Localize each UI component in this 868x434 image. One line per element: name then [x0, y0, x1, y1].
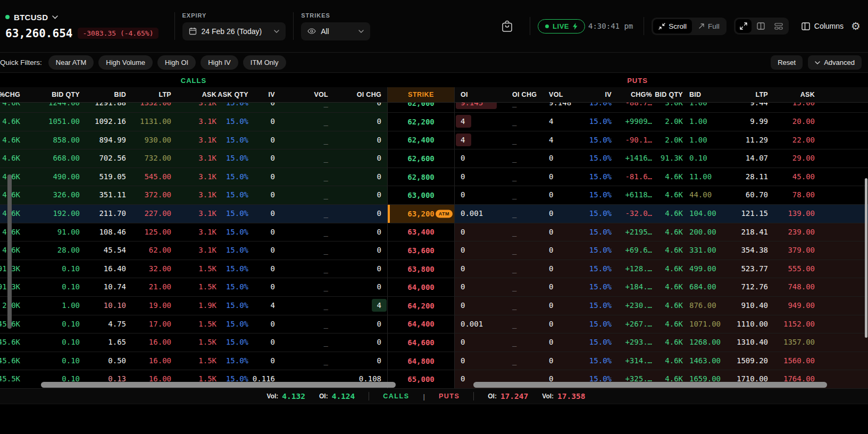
strikes-dropdown[interactable]: All [301, 22, 370, 40]
filter-pill-near-atm[interactable]: Near ATM [48, 55, 94, 70]
cell-cl-iv: 0 [248, 186, 275, 204]
calls-oi-stat: OI: 4.124 [319, 392, 355, 400]
gear-icon[interactable]: ⚙ [851, 20, 861, 32]
columns-button[interactable]: Columns [797, 19, 848, 34]
option-row-62,600[interactable]: 4.6K668.00702.56732.003.1K15.0%0_062,600… [0, 149, 868, 168]
cell-pt-chg: +9909… [612, 113, 652, 131]
puts-half: 0.001_015.0%-32.0…4.6K104.00121.15139.00 [455, 205, 868, 223]
cell-cl-ask: 3.1K [171, 186, 216, 204]
expiry-dropdown[interactable]: 24 Feb 26 (Today) [182, 22, 286, 40]
cell-cl-iv: 0 [248, 149, 275, 168]
cell-pt-bidqty: 4.6K [652, 241, 683, 260]
filter-pill-high-iv[interactable]: High IV [201, 55, 238, 70]
scroll-mode-button[interactable]: Scroll [653, 19, 692, 34]
option-row-64,000[interactable]: 91.3K0.1010.7421.001.5K15.0%0_064,0000_0… [0, 278, 868, 297]
cell-pt-bid: 684.00 [683, 278, 731, 296]
cell-cl-oichg: 0 [328, 205, 381, 223]
option-row-63,400[interactable]: 4.6K91.00108.46125.003.1K15.0%0_063,4000… [0, 223, 868, 242]
right-vertical-scrollbar[interactable] [865, 178, 867, 338]
clock: 4:30:41 pm [588, 22, 633, 30]
option-row-62,200[interactable]: 4.6K1051.001092.161131.003.1K15.0%0_062,… [0, 113, 868, 131]
cell-cl-askqty: 15.0% [216, 149, 248, 168]
cell-pt-ltp: 1110.00 [731, 315, 768, 333]
cell-cl-oichg: 0 [328, 103, 381, 112]
bag-icon[interactable] [502, 20, 513, 32]
cell-cl-ltp: 21.00 [126, 278, 171, 296]
option-row-62,800[interactable]: 4.6K490.00519.05545.003.1K15.0%0_062,800… [0, 168, 868, 187]
cell-cl-ltp: 19.00 [126, 297, 171, 315]
strike-cell: 63,000 [387, 186, 455, 204]
left-vertical-scrollbar[interactable] [7, 174, 12, 329]
cell-pt-oichg: _ [508, 278, 546, 296]
calls-half: 4.6K490.00519.05545.003.1K15.0%0_0 [0, 168, 387, 186]
calls-vol-stat: Vol: 4.132 [267, 392, 305, 400]
expand-view-button[interactable] [736, 19, 752, 33]
cell-cl-chg: 45.6K [0, 352, 20, 370]
cell-cl-bid: 16.40 [80, 260, 126, 278]
option-row-64,200[interactable]: 2.0K1.0010.1019.001.9K15.0%4_464,2000_01… [0, 297, 868, 315]
cell-cl-bid: 10.74 [80, 278, 126, 296]
strike-value: 62,800 [407, 173, 435, 181]
cell-pt-vol: 4 [546, 113, 578, 131]
reset-button[interactable]: Reset [771, 55, 803, 70]
cell-pt-iv: 15.0% [578, 131, 612, 149]
filter-pill-high-volume[interactable]: High Volume [98, 55, 153, 70]
cell-cl-ask: 3.1K [171, 113, 216, 131]
cell-pt-oi: 4 [461, 131, 508, 149]
col-header-pt-chg: CHG% [612, 87, 652, 103]
cell-cl-bid: 1291.88 [80, 103, 126, 112]
live-indicator[interactable]: LIVE [538, 19, 585, 34]
strike-cell: 64,000 [387, 278, 455, 296]
strikes-value: All [321, 27, 329, 36]
calls-vol-value: 4.132 [282, 392, 305, 400]
table-header-row: CHG%BID QTYBIDLTPASKASK QTYIVVOLOI CHG S… [0, 87, 868, 103]
cell-pt-ask: 22.00 [768, 131, 815, 149]
option-row-63,200[interactable]: 4.6K192.00211.70227.003.1K15.0%0_063,200… [0, 205, 868, 223]
strike-cell: 64,600 [387, 333, 455, 352]
cell-pt-iv: 15.0% [578, 260, 612, 278]
cell-pt-iv: 15.0% [578, 186, 612, 204]
option-row-63,000[interactable]: 4.6K326.00351.11372.003.1K15.0%0_063,000… [0, 186, 868, 205]
col-header-pt-iv: IV [578, 87, 612, 103]
cell-pt-chg: -88.7… [612, 103, 652, 112]
cell-pt-chg: +1416… [612, 149, 652, 168]
puts-horizontal-scrollbar[interactable] [473, 382, 827, 388]
filter-pill-high-oi[interactable]: High OI [157, 55, 196, 70]
cell-cl-ask: 1.5K [171, 352, 216, 370]
cell-pt-ltp: 60.70 [731, 186, 768, 204]
strikes-field: STRIKES All [301, 12, 370, 40]
cell-pt-oichg: _ [508, 103, 546, 112]
option-row-64,400[interactable]: 45.6K0.104.7517.001.5K15.0%0_064,4000.00… [0, 315, 868, 334]
cell-cl-bid: 1092.16 [80, 113, 126, 131]
oi-highlight: 9.145 [456, 103, 497, 109]
puts-half: 0_015.0%+314.…4.6K1463.001509.201560.00 [455, 352, 868, 370]
option-row-63,600[interactable]: 4.6K28.0045.5462.003.1K15.0%0_063,6000_0… [0, 241, 868, 260]
symbol-selector[interactable]: BTCUSD [5, 13, 158, 22]
full-mode-label: Full [708, 22, 720, 30]
option-row-63,800[interactable]: 91.3K0.1016.4032.001.5K15.0%0_063,8000_0… [0, 260, 868, 279]
layout-view-button[interactable] [770, 20, 787, 33]
cell-cl-ltp: 16.00 [126, 352, 171, 370]
option-row-62,000[interactable]: 4.6K1244.001291.881332.003.1K15.0%0_062,… [0, 103, 868, 113]
puts-vol-stat: Vol: 17.358 [542, 392, 585, 400]
cell-cl-vol: _ [275, 149, 328, 168]
advanced-button[interactable]: Advanced [808, 55, 862, 70]
strike-cell: 63,200ATM [387, 205, 455, 223]
full-mode-button[interactable]: Full [693, 19, 725, 34]
option-row-64,800[interactable]: 45.6K0.100.5016.001.5K15.0%0_064,8000_01… [0, 352, 868, 371]
cell-cl-oichg: 0 [328, 186, 381, 204]
option-row-62,400[interactable]: 4.6K858.00894.99930.003.1K15.0%0_062,400… [0, 131, 868, 150]
option-row-64,600[interactable]: 45.6K0.101.6516.001.5K15.0%0_064,6000_01… [0, 333, 868, 352]
col-header-cl-oichg: OI CHG [328, 87, 381, 103]
cell-cl-chg: 45.5K [0, 370, 20, 388]
split-view-button[interactable] [753, 19, 769, 33]
quick-filters-label: Quick Filters: [0, 59, 42, 66]
filter-pill-itm-only[interactable]: ITM Only [243, 55, 286, 70]
cell-cl-iv: 0 [248, 333, 275, 352]
divider [473, 392, 474, 400]
cell-pt-chg: +2195… [612, 223, 652, 241]
cell-cl-iv: 0 [248, 315, 275, 333]
cell-cl-oichg: 0 [328, 260, 381, 278]
calls-horizontal-scrollbar[interactable] [41, 382, 396, 388]
cell-pt-iv: 15.0% [578, 333, 612, 352]
